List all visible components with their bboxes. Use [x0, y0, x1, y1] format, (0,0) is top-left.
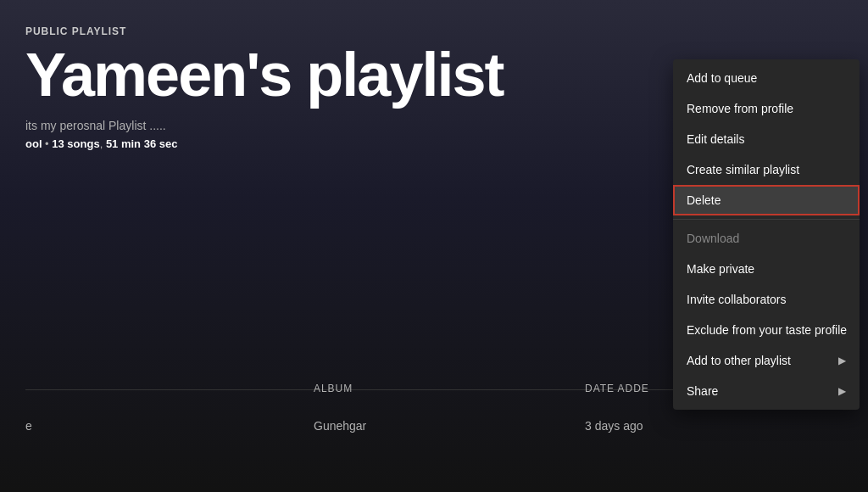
context-menu-item-label-make-private: Make private	[687, 262, 754, 276]
context-menu-item-label-share: Share	[687, 384, 718, 398]
context-menu-divider	[673, 219, 860, 220]
context-menu-item-create-similar-playlist[interactable]: Create similar playlist	[673, 154, 860, 185]
context-menu-item-remove-from-profile[interactable]: Remove from profile	[673, 93, 860, 124]
context-menu: Add to queueRemove from profileEdit deta…	[673, 59, 860, 410]
context-menu-item-add-to-other-playlist[interactable]: Add to other playlist▶	[673, 345, 860, 376]
chevron-right-icon: ▶	[838, 355, 846, 366]
context-menu-item-edit-details[interactable]: Edit details	[673, 124, 860, 154]
context-menu-item-label-remove-from-profile: Remove from profile	[687, 102, 793, 115]
content-overlay	[0, 0, 665, 492]
context-menu-item-label-invite-collaborators: Invite collaborators	[687, 293, 787, 306]
context-menu-item-label-delete: Delete	[687, 193, 721, 207]
context-menu-item-label-add-to-queue: Add to queue	[687, 71, 757, 85]
context-menu-item-delete[interactable]: Delete	[673, 185, 860, 215]
context-menu-item-add-to-queue[interactable]: Add to queue	[673, 63, 860, 93]
context-menu-item-label-edit-details: Edit details	[687, 132, 744, 146]
chevron-right-icon: ▶	[838, 385, 846, 397]
context-menu-item-download: Download	[673, 223, 860, 254]
context-menu-item-label-add-to-other-playlist: Add to other playlist	[687, 354, 791, 367]
context-menu-item-make-private[interactable]: Make private	[673, 254, 860, 284]
context-menu-item-invite-collaborators[interactable]: Invite collaborators	[673, 284, 860, 315]
context-menu-item-exclude-taste-profile[interactable]: Exclude from your taste profile	[673, 315, 860, 345]
context-menu-item-label-download: Download	[687, 232, 739, 245]
context-menu-item-label-exclude-taste-profile: Exclude from your taste profile	[687, 323, 847, 337]
context-menu-item-share[interactable]: Share▶	[673, 376, 860, 406]
context-menu-item-label-create-similar-playlist: Create similar playlist	[687, 163, 799, 176]
